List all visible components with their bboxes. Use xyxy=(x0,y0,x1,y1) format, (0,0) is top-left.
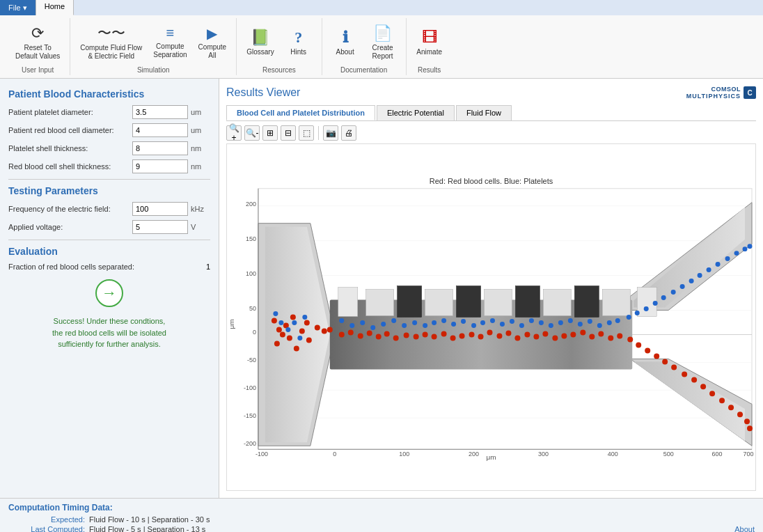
hints-button[interactable]: ? Hints xyxy=(281,26,316,59)
compute-sep-icon: ≡ xyxy=(166,25,175,41)
svg-text:100: 100 xyxy=(246,270,256,277)
rbc-shell-label: Red blood cell shell thickness: xyxy=(8,162,132,171)
svg-point-114 xyxy=(297,336,302,341)
platelet-shell-label: Platelet shell thickness: xyxy=(8,144,132,152)
svg-point-108 xyxy=(744,418,750,424)
svg-text:-50: -50 xyxy=(247,357,256,363)
svg-point-107 xyxy=(737,412,743,417)
tab-fluid-flow[interactable]: Fluid Flow xyxy=(456,105,512,120)
tab-electric-potential[interactable]: Electric Potential xyxy=(377,105,455,120)
platelet-diameter-input[interactable] xyxy=(132,105,188,119)
svg-point-155 xyxy=(716,262,721,267)
file-tab[interactable]: File ▾ xyxy=(0,0,36,15)
svg-point-90 xyxy=(580,329,585,335)
svg-point-145 xyxy=(627,315,631,320)
create-report-label: CreateReport xyxy=(372,44,393,61)
rbc-diameter-row: Patient red blood cell diameter: um xyxy=(8,123,210,137)
reset-button[interactable]: ⟳ Reset ToDefault Values xyxy=(11,22,64,63)
resources-group: 📗 Glossary ? Hints Resources xyxy=(237,18,322,75)
zoom-in-button[interactable]: 🔍+ xyxy=(226,125,242,141)
svg-point-101 xyxy=(682,371,687,377)
voltage-input[interactable] xyxy=(132,220,188,234)
about-link[interactable]: About xyxy=(734,525,755,532)
compute-all-button[interactable]: ▶ ComputeAll xyxy=(194,22,231,63)
glossary-button[interactable]: 📗 Glossary xyxy=(242,26,278,59)
zoom-out-button[interactable]: 🔍- xyxy=(244,125,260,141)
svg-point-122 xyxy=(402,323,407,328)
timing-last-row: Last Computed: Fluid Flow - 5 s | Separa… xyxy=(8,525,755,532)
rbc-shell-unit: nm xyxy=(191,162,210,171)
compute-arrow-button[interactable]: → xyxy=(95,279,123,307)
svg-point-109 xyxy=(747,425,753,431)
frequency-label: Frequency of the electric field: xyxy=(8,205,132,213)
svg-point-138 xyxy=(558,320,563,325)
svg-point-141 xyxy=(588,319,592,324)
svg-point-91 xyxy=(589,334,595,339)
svg-point-55 xyxy=(287,335,292,341)
tab-blood-cell[interactable]: Blood Cell and Platelet Distribution xyxy=(226,105,375,120)
svg-point-147 xyxy=(644,306,649,311)
timing-last-label: Last Computed: xyxy=(8,525,85,532)
frequency-input[interactable] xyxy=(132,202,188,216)
testing-params-title: Testing Parameters xyxy=(8,185,210,196)
compute-fluid-icon: 〜〜 xyxy=(97,24,125,42)
svg-point-74 xyxy=(432,334,437,339)
svg-point-51 xyxy=(276,327,282,332)
user-input-label: User Input xyxy=(22,65,54,74)
zoom-extents-button[interactable]: ⊞ xyxy=(262,125,278,141)
reset-label: Reset ToDefault Values xyxy=(15,44,60,61)
results-group: 🎞 Animate Results xyxy=(407,18,453,75)
svg-point-132 xyxy=(500,322,505,327)
svg-point-124 xyxy=(423,323,427,328)
home-tab[interactable]: Home xyxy=(36,0,74,15)
platelet-shell-input[interactable] xyxy=(132,141,188,155)
timing-expected-row: Expected: Fluid Flow - 10 s | Separation… xyxy=(8,515,755,524)
svg-point-115 xyxy=(302,315,307,320)
file-tab-label: File ▾ xyxy=(8,3,27,13)
compute-fluid-button[interactable]: 〜〜 Compute Fluid Flow& Electric Field xyxy=(76,21,146,63)
animate-icon: 🎞 xyxy=(422,29,437,47)
select-button[interactable]: ⬚ xyxy=(299,125,314,141)
svg-rect-43 xyxy=(338,288,358,317)
rbc-diameter-input[interactable] xyxy=(132,123,188,137)
platelet-diameter-label: Patient platelet diameter: xyxy=(8,108,132,116)
chart-svg: Red: Red blood cells. Blue: Platelets μm… xyxy=(227,144,755,490)
svg-point-149 xyxy=(661,295,666,300)
svg-text:100: 100 xyxy=(399,451,409,457)
svg-point-59 xyxy=(304,320,310,325)
compute-separation-button[interactable]: ≡ ComputeSeparation xyxy=(149,22,191,62)
svg-point-105 xyxy=(719,398,725,403)
compute-fluid-label: Compute Fluid Flow& Electric Field xyxy=(80,44,142,61)
rbc-shell-row: Red blood cell shell thickness: nm xyxy=(8,159,210,173)
zoom-window-button[interactable]: ⊟ xyxy=(281,125,296,141)
create-report-button[interactable]: 📄 CreateReport xyxy=(365,22,400,63)
screenshot-button[interactable]: 📷 xyxy=(323,125,338,141)
hints-label: Hints xyxy=(290,48,306,56)
frequency-unit: kHz xyxy=(191,205,210,213)
svg-text:200: 200 xyxy=(469,451,479,457)
svg-point-67 xyxy=(367,330,372,336)
svg-point-153 xyxy=(698,273,702,278)
svg-point-93 xyxy=(608,335,613,341)
svg-point-53 xyxy=(274,341,280,346)
svg-point-139 xyxy=(568,318,573,323)
rbc-shell-input[interactable] xyxy=(132,159,188,173)
svg-point-75 xyxy=(441,331,447,336)
svg-rect-41 xyxy=(515,286,540,318)
svg-point-158 xyxy=(743,247,748,251)
svg-point-154 xyxy=(707,267,711,272)
svg-point-97 xyxy=(645,347,650,353)
svg-point-82 xyxy=(505,330,511,336)
svg-point-143 xyxy=(607,320,612,325)
about-button[interactable]: ℹ About xyxy=(328,26,363,59)
svg-point-63 xyxy=(327,327,333,332)
svg-point-98 xyxy=(654,353,659,359)
svg-text:50: 50 xyxy=(249,305,256,312)
animate-button[interactable]: 🎞 Animate xyxy=(412,26,447,59)
svg-point-131 xyxy=(490,318,495,323)
platelet-shell-unit: nm xyxy=(191,144,210,152)
print-button[interactable]: 🖨 xyxy=(341,125,356,141)
svg-point-127 xyxy=(451,322,456,327)
svg-point-116 xyxy=(339,318,344,323)
svg-text:300: 300 xyxy=(538,451,549,457)
